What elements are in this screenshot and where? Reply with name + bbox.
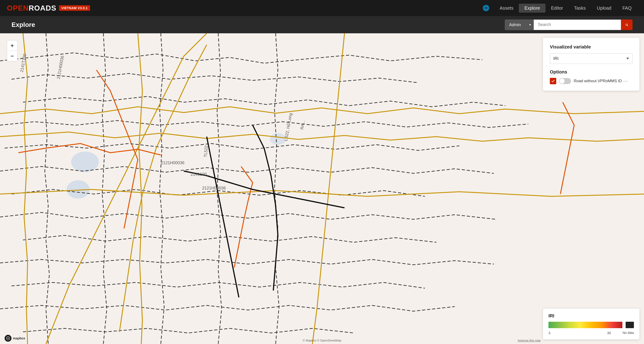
nav-link-assets[interactable]: Assets [494,4,519,13]
map-attribution: © Mapbox © OpenStreetMap [303,339,341,342]
road-toggle-switch[interactable] [559,78,571,84]
option-row: Road without VPRoMMS ID---- [550,78,632,84]
map-container[interactable]: 2141T100 2121H00036 TL522 2121H00036 214… [0,33,644,344]
legend-labels: 3 30 [548,331,622,335]
variable-select[interactable]: IRI Roughness Condition [550,53,632,64]
svg-point-3 [270,133,286,145]
mapbox-logo-text: mapbox [13,336,25,340]
search-button[interactable] [621,20,632,30]
top-navigation: OPENROADS VIETNAM V3.0.1 🌐 Assets Explor… [0,0,644,16]
nav-link-tasks[interactable]: Tasks [568,4,591,13]
version-badge: VIETNAM V3.0.1 [59,5,90,11]
nav-link-upload[interactable]: Upload [592,4,617,13]
zoom-in-button[interactable]: + [7,40,18,51]
logo-roads: ROADS [29,4,56,12]
zoom-out-button[interactable]: − [7,51,18,61]
map-controls: + − [7,40,18,61]
nav-link-explore[interactable]: Explore [519,4,546,13]
svg-text:2141100...: 2141100... [191,172,210,176]
visualized-variable-panel: Visualized variable IRI Roughness Condit… [543,38,640,91]
legend-bar-row [548,322,634,328]
option-dashes: ---- [623,79,628,83]
visualized-variable-title: Visualized variable [550,44,632,50]
mapbox-logo-circle [4,335,12,342]
mapbox-logo: mapbox [4,335,25,342]
globe-icon[interactable]: 🌐 [482,5,490,11]
admin-dropdown-wrapper: Admin Province District [505,20,534,30]
option-label: Road without VPRoMMS ID---- [574,79,628,83]
logo-area: OPENROADS VIETNAM V3.0.1 [7,4,90,12]
attribution-text: © Mapbox © OpenStreetMap [303,339,341,342]
legend-no-data-swatch [626,322,634,328]
mapbox-icon [6,336,10,340]
option-label-text: Road without VPRoMMS ID [574,79,622,83]
page-title: Explore [12,21,35,28]
improve-map-link[interactable]: Improve this map [518,339,541,342]
legend-panel: IRI 3 30 No data [543,309,640,340]
legend-no-data-label: No data [622,331,634,334]
svg-point-1 [71,152,99,172]
nav-links: 🌐 Assets Explore Editor Tasks Upload FAQ [482,4,637,13]
road-without-vpromms-checkbox[interactable] [550,78,556,84]
legend-title: IRI [548,313,634,318]
search-icon [625,22,628,27]
nav-link-editor[interactable]: Editor [546,4,568,13]
checkmark-icon [551,79,555,83]
search-area: Admin Province District [505,20,632,30]
app-logo: OPENROADS [7,4,56,12]
svg-text:2121H00036: 2121H00036 [161,160,184,165]
nav-link-faq[interactable]: FAQ [617,4,637,13]
legend-gradient-bar [548,322,622,328]
logo-open: OPEN [7,4,29,12]
svg-point-12 [8,338,9,339]
admin-dropdown[interactable]: Admin Province District [505,20,534,30]
search-input[interactable] [534,20,621,30]
options-title: Options [550,69,632,75]
svg-text:2121H00036: 2121H00036 [202,186,226,190]
legend-min-label: 3 [548,331,550,335]
sub-header: Explore Admin Province District [0,16,644,33]
legend-max-label: 30 [607,331,611,335]
